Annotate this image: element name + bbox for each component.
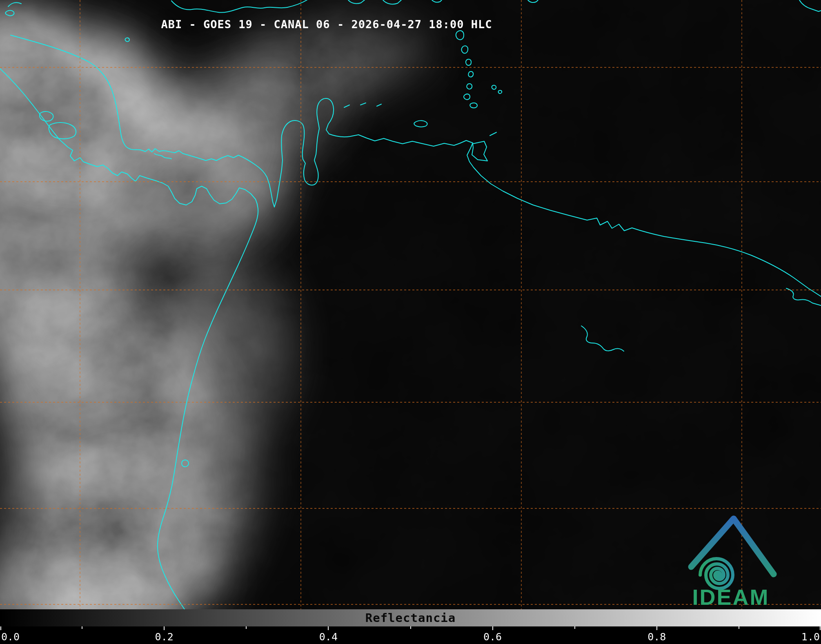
colorbar-tick (246, 626, 247, 629)
colorbar-tick (492, 626, 493, 630)
colorbar-tick (164, 626, 165, 630)
ideam-logo-text: IDEAM (676, 584, 786, 610)
colorbar-tick (656, 626, 657, 630)
colorbar-tick (574, 626, 575, 629)
image-title: ABI - GOES 19 - CANAL 06 - 2026-04-27 18… (161, 18, 492, 31)
colorbar-tick (410, 626, 411, 629)
colorbar-gradient: Reflectancia (0, 609, 821, 626)
colorbar-tick-label: 0.0 (1, 631, 20, 643)
colorbar-tick (0, 626, 1, 630)
colorbar-tick-label: 0.4 (319, 631, 338, 643)
satellite-image-viewer: ABI - GOES 19 - CANAL 06 - 2026-04-27 18… (0, 0, 821, 644)
colorbar-axis: 0.0 0.2 0.4 0.6 0.8 1.0 (0, 626, 821, 644)
colorbar-tick-label: 0.2 (155, 631, 174, 643)
colorbar-tick-label: 0.8 (647, 631, 666, 643)
satellite-map: ABI - GOES 19 - CANAL 06 - 2026-04-27 18… (0, 0, 821, 609)
colorbar-tick (328, 626, 329, 630)
colorbar-tick (82, 626, 82, 629)
colorbar: Reflectancia 0.0 0.2 0.4 0.6 0.8 1.0 (0, 609, 821, 644)
colorbar-label: Reflectancia (365, 611, 456, 625)
colorbar-tick (739, 626, 739, 629)
colorbar-tick-label: 1.0 (801, 631, 820, 643)
ideam-logo: IDEAM (676, 510, 786, 612)
colorbar-tick-label: 0.6 (483, 631, 502, 643)
colorbar-tick (820, 626, 821, 630)
